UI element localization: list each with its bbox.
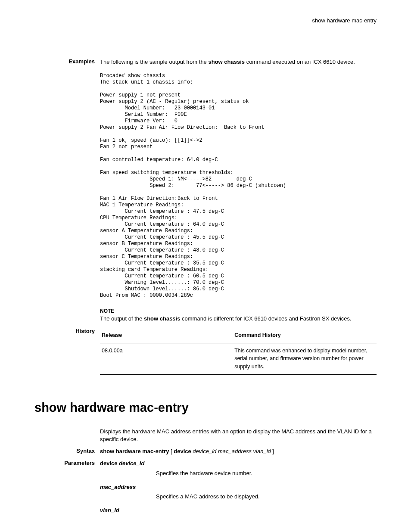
- parameters-row: Parameters device device_id Specifies th…: [34, 460, 377, 514]
- cell-release: 08.0.00a: [100, 343, 233, 374]
- note-pre: The output of the: [100, 315, 144, 322]
- param-2-desc: Specifies a MAC address to be displayed.: [156, 493, 377, 501]
- examples-intro-pre: The following is the sample output from …: [100, 59, 208, 65]
- examples-label: Examples: [34, 58, 100, 324]
- examples-intro-cmd: show chassis: [208, 59, 245, 65]
- history-label: History: [34, 328, 100, 375]
- examples-row: Examples The following is the sample out…: [34, 58, 377, 324]
- syntax-cmd: show hardware mac-entry: [100, 448, 169, 454]
- examples-content: The following is the sample output from …: [100, 58, 377, 324]
- param-2: mac_address: [100, 483, 377, 491]
- syntax-bracket-close: ]: [271, 448, 274, 454]
- history-row: History Release Command History 08.0.00a…: [34, 328, 377, 375]
- table-row: 08.0.00a This command was enhanced to di…: [100, 343, 377, 374]
- note-text: The output of the show chassis command i…: [100, 315, 377, 323]
- syntax-label: Syntax: [34, 448, 100, 455]
- description-row: Displays the hardware MAC address entrie…: [34, 428, 377, 443]
- param-3: vlan_id: [100, 507, 377, 514]
- param-1-kw: device: [100, 460, 117, 467]
- table-header-row: Release Command History: [100, 328, 377, 343]
- command-description: Displays the hardware MAC address entrie…: [100, 428, 377, 443]
- command-title: show hardware mac-entry: [34, 401, 377, 415]
- syntax-content: show hardware mac-entry [ device device_…: [100, 448, 377, 455]
- note-cmd: show chassis: [144, 315, 181, 322]
- note-label: NOTE: [100, 308, 377, 315]
- param-2-var: mac_address: [100, 484, 136, 490]
- parameters-content: device device_id Specifies the hardware …: [100, 460, 377, 514]
- col-command-history: Command History: [233, 328, 377, 343]
- examples-code: Brocade# show chassis The stack unit 1 c…: [100, 73, 377, 299]
- examples-intro-post: command executed on an ICX 6610 device.: [245, 59, 355, 65]
- syntax-opt-kw: device: [174, 448, 191, 454]
- note-post: command is different for ICX 6610 device…: [180, 315, 351, 322]
- param-1-var: device_id: [119, 460, 144, 467]
- syntax-row: Syntax show hardware mac-entry [ device …: [34, 448, 377, 455]
- parameters-label: Parameters: [34, 460, 100, 514]
- page-header-right: show hardware mac-entry: [34, 17, 377, 24]
- cell-desc: This command was enhanced to display mod…: [233, 343, 377, 374]
- param-1-desc: Specifies the hardware device number.: [156, 470, 377, 477]
- history-content: Release Command History 08.0.00a This co…: [100, 328, 377, 375]
- description-label: [34, 428, 100, 443]
- param-1: device device_id: [100, 460, 377, 467]
- history-table: Release Command History 08.0.00a This co…: [100, 328, 377, 375]
- col-release: Release: [100, 328, 233, 343]
- param-3-var: vlan_id: [100, 507, 119, 513]
- syntax-opt-var: device_id mac_address vlan_id: [193, 448, 271, 454]
